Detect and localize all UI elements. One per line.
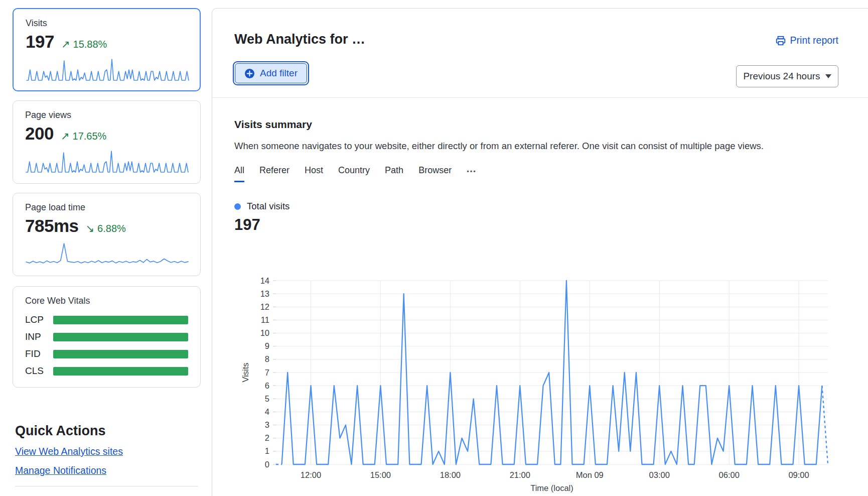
- time-range-dropdown[interactable]: Previous 24 hours: [736, 65, 838, 87]
- more-tabs-ellipsis-icon[interactable]: •••: [467, 165, 477, 182]
- svg-text:06:00: 06:00: [719, 470, 740, 479]
- plus-circle-icon: [244, 68, 255, 79]
- svg-text:0: 0: [265, 460, 269, 469]
- metric-delta: ↘ 6.88%: [85, 222, 125, 234]
- legend-label: Total visits: [247, 201, 290, 212]
- visits-summary-description: When someone navigates to your website, …: [234, 141, 764, 152]
- vital-label: LCP: [25, 314, 53, 325]
- svg-text:3: 3: [265, 420, 269, 429]
- vital-status-bar: [53, 350, 188, 358]
- printer-icon: [775, 35, 786, 46]
- manage-notifications-link[interactable]: Manage Notifications: [15, 465, 106, 476]
- print-report-label: Print report: [790, 35, 838, 46]
- visits-sparkline: [26, 57, 190, 82]
- time-range-value: Previous 24 hours: [743, 71, 820, 82]
- visits-summary-heading: Visits summary: [234, 118, 312, 131]
- legend-dot-icon: [234, 203, 241, 210]
- svg-text:6: 6: [265, 381, 269, 390]
- svg-text:1: 1: [265, 446, 269, 455]
- vital-label: CLS: [25, 365, 53, 377]
- add-filter-label: Add filter: [260, 68, 298, 79]
- svg-text:21:00: 21:00: [510, 470, 530, 479]
- metric-delta: ↗ 15.88%: [61, 38, 107, 50]
- page-views-sparkline: [25, 149, 189, 174]
- add-filter-button[interactable]: Add filter: [235, 63, 307, 83]
- vital-row-cls: CLS: [25, 365, 188, 377]
- sidebar-divider: [15, 486, 198, 486]
- svg-text:18:00: 18:00: [440, 470, 461, 479]
- metric-card-page-load-time[interactable]: Page load time 785ms ↘ 6.88%: [13, 193, 201, 276]
- metric-label: Page load time: [25, 202, 188, 213]
- svg-text:8: 8: [265, 354, 269, 363]
- delta-percent: 6.88%: [97, 223, 126, 234]
- metric-value: 200: [25, 123, 54, 144]
- svg-text:12:00: 12:00: [301, 470, 321, 479]
- svg-text:Visits: Visits: [241, 362, 250, 382]
- svg-text:14: 14: [260, 276, 269, 285]
- chart-legend: Total visits: [234, 201, 290, 212]
- page-load-sparkline: [25, 241, 189, 266]
- svg-text:13: 13: [260, 289, 269, 298]
- tab-referer[interactable]: Referer: [259, 165, 290, 182]
- vital-row-inp: INP: [25, 331, 188, 342]
- header-divider: [212, 97, 868, 98]
- dimension-tabs: All Referer Host Country Path Browser ••…: [234, 165, 477, 182]
- metric-label: Visits: [26, 18, 188, 29]
- delta-percent: 15.88%: [73, 39, 107, 50]
- metric-value: 785ms: [25, 216, 78, 236]
- trend-up-icon: ↗: [61, 38, 70, 50]
- quick-actions-heading: Quick Actions: [15, 423, 106, 439]
- vital-row-fid: FID: [25, 348, 188, 359]
- metric-delta: ↗ 17.65%: [61, 130, 106, 142]
- print-report-button[interactable]: Print report: [775, 35, 838, 46]
- tab-path[interactable]: Path: [385, 165, 403, 182]
- svg-text:11: 11: [261, 315, 269, 324]
- delta-percent: 17.65%: [73, 131, 107, 142]
- svg-text:03:00: 03:00: [649, 470, 670, 479]
- svg-text:5: 5: [265, 394, 269, 403]
- total-visits-value: 197: [234, 216, 260, 234]
- vital-status-bar: [53, 333, 188, 341]
- web-analytics-dashboard: Visits 197 ↗ 15.88% Page views 200 ↗ 17.…: [0, 0, 868, 496]
- metric-value: 197: [26, 32, 54, 52]
- tab-browser[interactable]: Browser: [418, 165, 452, 182]
- chevron-down-icon: [825, 74, 831, 78]
- tab-country[interactable]: Country: [338, 165, 370, 182]
- tab-all[interactable]: All: [234, 165, 244, 182]
- page-title: Web Analytics for …: [234, 32, 365, 47]
- svg-text:Time (local): Time (local): [530, 483, 573, 492]
- svg-text:15:00: 15:00: [370, 470, 391, 479]
- add-filter-focus-ring: Add filter: [233, 61, 309, 85]
- core-web-vitals-card[interactable]: Core Web Vitals LCP INP FID CLS: [13, 286, 201, 388]
- analytics-panel: Web Analytics for … Print report Add fil…: [212, 8, 868, 496]
- svg-text:12: 12: [260, 302, 269, 311]
- svg-text:4: 4: [265, 407, 269, 416]
- svg-text:2: 2: [265, 433, 269, 442]
- metric-label: Page views: [25, 110, 188, 120]
- card-title: Core Web Vitals: [25, 296, 188, 306]
- svg-text:10: 10: [260, 328, 269, 337]
- view-web-analytics-sites-link[interactable]: View Web Analytics sites: [15, 446, 123, 457]
- trend-down-icon: ↘: [85, 222, 94, 234]
- trend-up-icon: ↗: [61, 130, 70, 142]
- metric-card-visits[interactable]: Visits 197 ↗ 15.88%: [13, 8, 201, 91]
- tab-host[interactable]: Host: [305, 165, 323, 182]
- svg-text:09:00: 09:00: [788, 470, 809, 479]
- svg-text:9: 9: [265, 341, 269, 350]
- vital-label: FID: [25, 348, 53, 359]
- visits-line-chart: 0123456789101112131412:0015:0018:0021:00…: [221, 241, 859, 496]
- svg-text:Mon 09: Mon 09: [576, 470, 604, 479]
- vital-status-bar: [53, 367, 188, 376]
- vital-label: INP: [25, 331, 53, 342]
- vital-status-bar: [53, 316, 188, 324]
- svg-text:7: 7: [265, 368, 269, 377]
- vital-row-lcp: LCP: [25, 314, 188, 325]
- metric-card-page-views[interactable]: Page views 200 ↗ 17.65%: [13, 100, 201, 184]
